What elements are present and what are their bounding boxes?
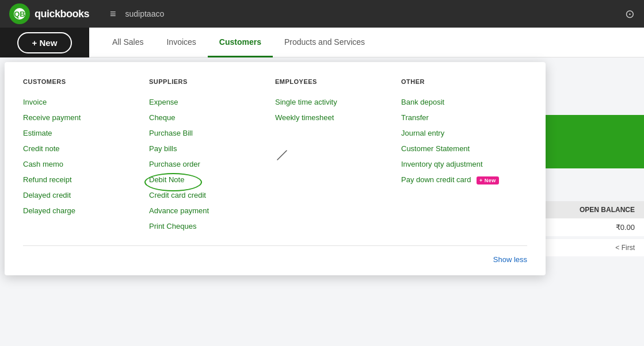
app-name: quickbooks (35, 8, 89, 20)
pagination: < First (529, 239, 644, 256)
balance-value: ₹0.00 (529, 218, 644, 236)
tab-products-services[interactable]: Products and Services (273, 28, 376, 57)
customers-column: CUSTOMERS Invoice Receive payment Estima… (23, 78, 149, 234)
new-badge: + New (477, 176, 499, 184)
open-balance-header: OPEN BALANCE (529, 201, 644, 218)
debit-note-wrapper: Debit Note (149, 175, 184, 184)
company-name: sudiptaaco (125, 9, 165, 18)
dropdown-columns: CUSTOMERS Invoice Receive payment Estima… (23, 78, 527, 234)
menu-item-weekly-timesheet[interactable]: Weekly timesheet (275, 110, 401, 125)
new-dropdown-panel: CUSTOMERS Invoice Receive payment Estima… (5, 62, 546, 275)
menu-item-pay-bills[interactable]: Pay bills (149, 141, 275, 156)
logo-area: QB quickbooks (9, 3, 98, 24)
menu-item-delayed-credit[interactable]: Delayed credit (23, 187, 149, 203)
menu-item-invoice[interactable]: Invoice (23, 94, 149, 110)
quickbooks-logo: QB (9, 3, 30, 24)
employees-header: EMPLOYEES (275, 78, 401, 85)
new-button-area: + New (0, 28, 89, 57)
menu-item-print-cheques[interactable]: Print Cheques (149, 218, 275, 234)
menu-item-purchase-order[interactable]: Purchase order (149, 156, 275, 172)
tab-invoices[interactable]: Invoices (155, 28, 207, 57)
tab-customers[interactable]: Customers (208, 28, 273, 57)
user-icon[interactable]: ⊙ (625, 7, 635, 21)
menu-item-delayed-charge[interactable]: Delayed charge (23, 203, 149, 218)
suppliers-header: SUPPLIERS (149, 78, 275, 85)
menu-item-cheque[interactable]: Cheque (149, 110, 275, 125)
tab-all-sales[interactable]: All Sales (101, 28, 155, 57)
menu-item-credit-note[interactable]: Credit note (23, 141, 149, 156)
top-bar: QB quickbooks ≡ sudiptaaco ⊙ (0, 0, 644, 28)
menu-item-purchase-bill[interactable]: Purchase Bill (149, 125, 275, 141)
employees-column: EMPLOYEES Single time activity Weekly ti… (275, 78, 401, 234)
menu-item-credit-card-credit[interactable]: Credit card credit (149, 187, 275, 203)
customers-header: CUSTOMERS (23, 78, 149, 85)
svg-text:QB: QB (14, 10, 25, 18)
menu-item-receive-payment[interactable]: Receive payment (23, 110, 149, 125)
svg-line-2 (277, 151, 287, 160)
menu-item-refund-receipt[interactable]: Refund receipt (23, 172, 149, 187)
menu-item-pay-down-credit-card[interactable]: Pay down credit card + New (401, 172, 527, 188)
show-less-button[interactable]: Show less (493, 253, 527, 266)
menu-item-cash-memo[interactable]: Cash memo (23, 156, 149, 172)
suppliers-column: SUPPLIERS Expense Cheque Purchase Bill P… (149, 78, 275, 234)
scratch-mark (275, 148, 289, 162)
secondary-nav: All Sales Invoices Customers Products an… (89, 28, 644, 57)
other-header: OTHER (401, 78, 527, 85)
menu-item-customer-statement[interactable]: Customer Statement (401, 141, 527, 156)
hamburger-icon[interactable]: ≡ (110, 8, 116, 20)
menu-item-bank-deposit[interactable]: Bank deposit (401, 94, 527, 110)
menu-item-inventory-qty-adjustment[interactable]: Inventory qty adjustment (401, 156, 527, 172)
other-column: OTHER Bank deposit Transfer Journal entr… (401, 78, 527, 234)
menu-item-expense[interactable]: Expense (149, 94, 275, 110)
menu-item-journal-entry[interactable]: Journal entry (401, 125, 527, 141)
menu-item-single-time-activity[interactable]: Single time activity (275, 94, 401, 110)
dropdown-divider (23, 245, 527, 246)
menu-item-transfer[interactable]: Transfer (401, 110, 527, 125)
new-button[interactable]: + New (17, 32, 73, 53)
menu-item-debit-note[interactable]: Debit Note (149, 172, 275, 187)
menu-item-estimate[interactable]: Estimate (23, 125, 149, 141)
menu-item-advance-payment[interactable]: Advance payment (149, 203, 275, 218)
